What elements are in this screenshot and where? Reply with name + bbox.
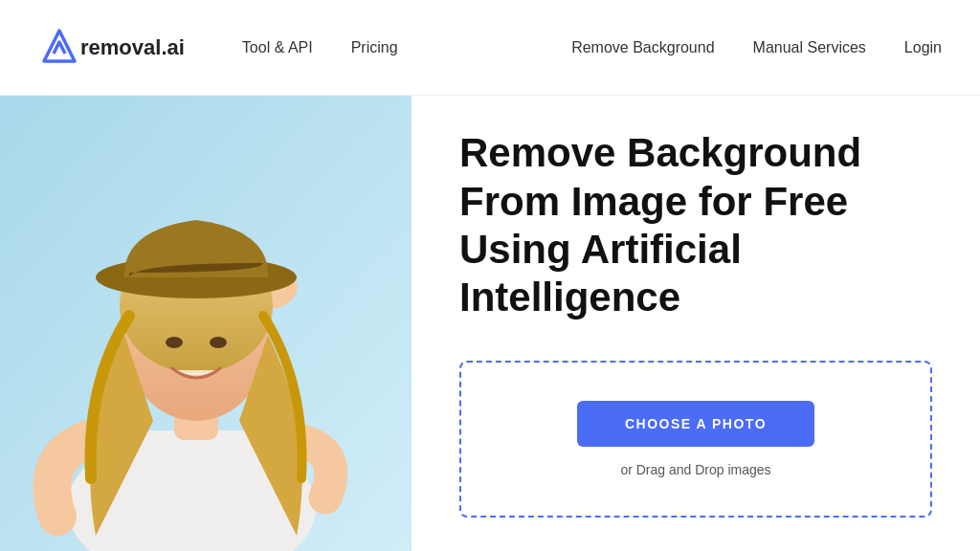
hero-content: Remove Background From Image for Free Us… xyxy=(412,96,980,551)
nav-right: Remove Background Manual Services Login xyxy=(571,39,942,56)
choose-photo-button[interactable]: CHOOSE A PHOTO xyxy=(577,401,814,447)
logo-icon xyxy=(38,27,80,69)
svg-point-10 xyxy=(210,337,227,348)
svg-point-9 xyxy=(166,337,183,348)
nav-remove-bg[interactable]: Remove Background xyxy=(571,39,714,56)
nav-left: Tool & API Pricing xyxy=(242,39,398,56)
nav-pricing[interactable]: Pricing xyxy=(351,39,398,56)
nav-tool-api[interactable]: Tool & API xyxy=(242,39,313,56)
drag-drop-text: or Drag and Drop images xyxy=(620,462,770,477)
logo-group[interactable]: removal.ai xyxy=(38,27,185,69)
logo-text: removal.ai xyxy=(80,35,185,60)
hero-image-panel xyxy=(0,96,412,551)
hero-section: Remove Background From Image for Free Us… xyxy=(0,96,980,551)
hero-woman-figure xyxy=(0,96,412,551)
hero-title: Remove Background From Image for Free Us… xyxy=(459,129,932,322)
upload-zone[interactable]: CHOOSE A PHOTO or Drag and Drop images xyxy=(459,361,932,518)
nav-manual-services[interactable]: Manual Services xyxy=(753,39,866,56)
nav-login[interactable]: Login xyxy=(904,39,942,56)
header: removal.ai Tool & API Pricing Remove Bac… xyxy=(0,0,980,96)
